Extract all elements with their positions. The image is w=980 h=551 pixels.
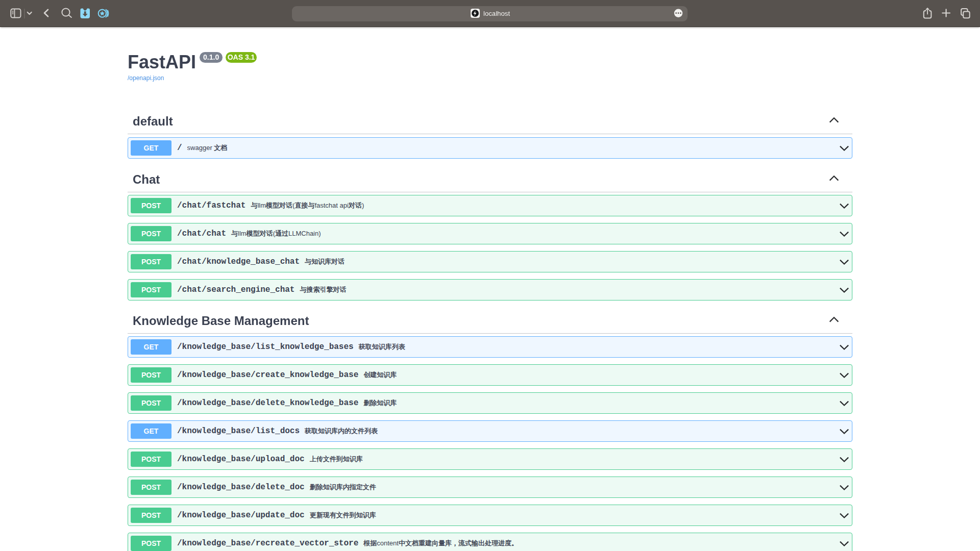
- svg-text:localhost: localhost: [483, 10, 510, 17]
